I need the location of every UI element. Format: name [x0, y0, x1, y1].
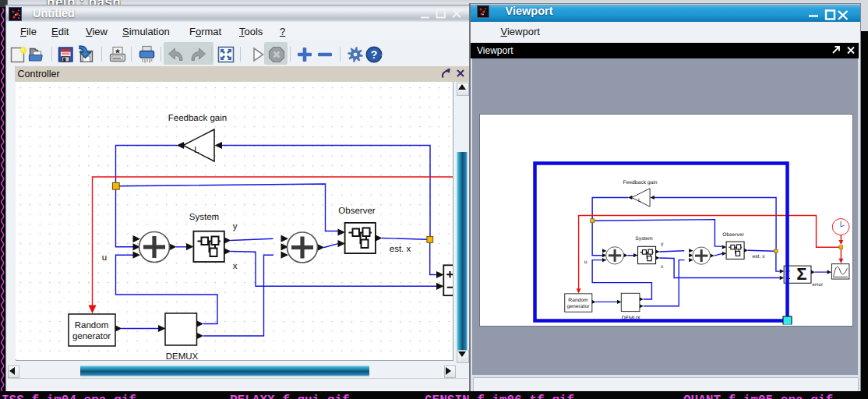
svg-text:?: ?	[371, 48, 378, 61]
